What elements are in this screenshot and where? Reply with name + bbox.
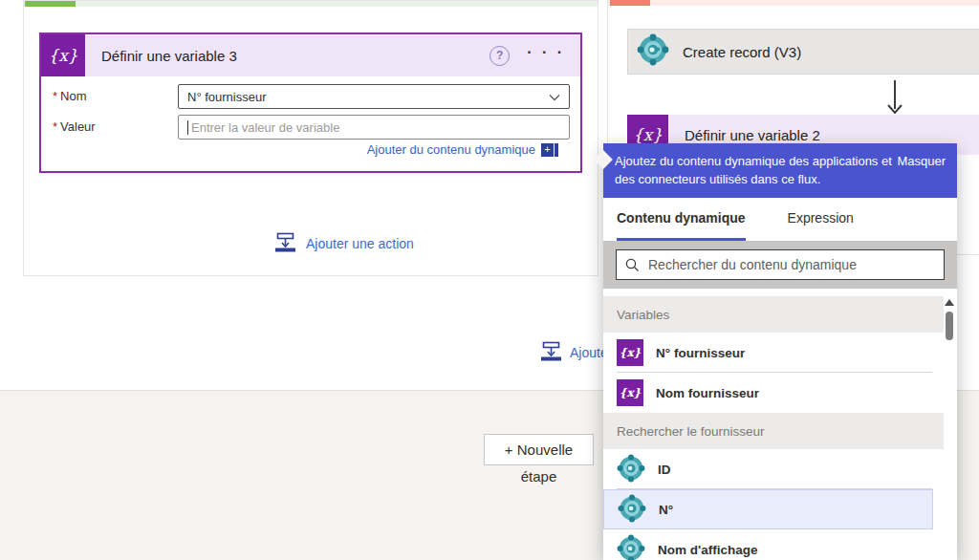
section-header-variables: Variables — [603, 296, 944, 333]
dataverse-icon — [618, 494, 646, 526]
hide-callout-link[interactable]: Masquer — [897, 152, 946, 170]
dynamic-content-panel: Ajoutez du contenu dynamique des applica… — [603, 143, 957, 560]
valeur-input[interactable]: Entrer la valeur de variable — [178, 115, 570, 140]
create-record-title: Create record (V3) — [683, 44, 801, 60]
add-dynamic-content-link[interactable]: Ajouter du contenu dynamique — [367, 142, 535, 157]
callout-text: Ajoutez du contenu dynamique des applica… — [615, 152, 907, 188]
dataverse-icon — [617, 534, 645, 560]
section-header-rechercher-fournisseur: Rechercher le fournisseur — [603, 413, 944, 449]
variable-icon: {x} — [617, 339, 643, 366]
add-action-label: Ajouter une action — [306, 236, 414, 251]
add-action-button[interactable]: Ajouter une action — [274, 232, 414, 255]
more-menu-icon[interactable]: · · · — [527, 44, 565, 61]
connector-arrow-icon — [885, 80, 904, 118]
variable-icon: {x} — [41, 34, 85, 76]
add-dynamic-content-icon[interactable]: + — [541, 143, 558, 157]
card-title: Définir une variable 3 — [101, 48, 237, 64]
variable-icon: {x} — [617, 379, 643, 406]
tab-contenu-dynamique[interactable]: Contenu dynamique — [617, 198, 746, 241]
valeur-placeholder: Entrer la valeur de variable — [191, 120, 339, 135]
chevron-down-icon — [549, 90, 560, 104]
search-icon — [625, 258, 640, 272]
nom-dropdown-value: N° fournisseur — [187, 90, 267, 104]
dataverse-icon — [617, 454, 645, 485]
list-item-label: N° fournisseur — [656, 346, 745, 360]
list-item-label: Nom fournisseur — [656, 386, 759, 400]
text-cursor — [187, 120, 188, 135]
set-variable-2-title: Définir une variable 2 — [685, 127, 820, 143]
dataverse-icon — [637, 33, 669, 70]
list-item-nom-affichage[interactable]: Nom d'affichage — [603, 529, 957, 560]
panel-scrollbar[interactable] — [944, 297, 955, 560]
search-input[interactable] — [648, 257, 935, 272]
list-item-label: ID — [658, 463, 671, 477]
new-step-button-label2[interactable]: étape — [484, 468, 594, 485]
branch-container-left: {x} Définir une variable 3 ? · · · *Nom … — [23, 0, 598, 276]
help-icon[interactable]: ? — [490, 46, 510, 66]
search-box[interactable] — [616, 249, 945, 280]
list-item-numero[interactable]: N° — [603, 489, 933, 529]
branch-accent-salmon — [608, 0, 979, 6]
set-variable-3-header[interactable]: {x} Définir une variable 3 ? · · · — [41, 34, 580, 76]
tab-expression[interactable]: Expression — [788, 198, 854, 241]
panel-tabs: Contenu dynamique Expression — [603, 198, 957, 241]
dynamic-content-callout: Ajoutez du contenu dynamique des applica… — [603, 143, 957, 198]
insert-action-icon — [274, 232, 296, 255]
list-item-label: N° — [659, 503, 673, 517]
list-item-n-fournisseur[interactable]: {x} N° fournisseur — [603, 333, 957, 373]
add-step-button-partial[interactable]: Ajouter — [540, 341, 612, 364]
nom-dropdown[interactable]: N° fournisseur — [178, 84, 570, 109]
set-variable-3-card[interactable]: {x} Définir une variable 3 ? · · · *Nom … — [39, 32, 582, 173]
create-record-card[interactable]: Create record (V3) — [627, 29, 979, 75]
insert-action-icon — [540, 341, 562, 364]
flow-editor-canvas: {x} Définir une variable 3 ? · · · *Nom … — [0, 0, 979, 560]
search-band — [603, 241, 957, 289]
branch-accent-green — [24, 1, 598, 7]
valeur-field-label: *Valeur — [53, 119, 96, 134]
scroll-up-arrow-icon[interactable] — [945, 299, 954, 306]
scrollbar-thumb[interactable] — [946, 312, 953, 340]
nom-field-label: *Nom — [53, 89, 87, 103]
list-item-nom-fournisseur[interactable]: {x} Nom fournisseur — [603, 373, 957, 413]
list-item-id[interactable]: ID — [603, 449, 957, 489]
new-step-button[interactable]: + Nouvelle — [484, 434, 594, 465]
list-item-label: Nom d'affichage — [658, 543, 757, 557]
